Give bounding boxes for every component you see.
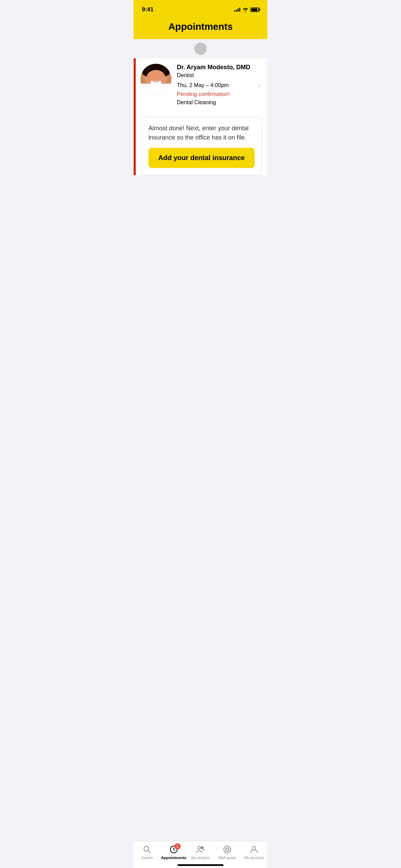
wifi-icon [242, 8, 248, 12]
add-insurance-button[interactable]: Add your dental insurance [148, 148, 255, 168]
scroll-dot [194, 43, 207, 55]
insurance-prompt-text: Almost done! Next, enter your dental ins… [148, 124, 255, 142]
status-bar: 9:41 [134, 0, 267, 17]
status-icons [234, 8, 259, 12]
main-content: Dr. Aryam Modesto, DMD Dentist Thu, 2 Ma… [134, 39, 267, 245]
doctor-info: Dr. Aryam Modesto, DMD Dentist Thu, 2 Ma… [177, 64, 260, 106]
chevron-right-icon[interactable]: › [258, 81, 260, 89]
appointment-type: Dental Cleaning [177, 99, 260, 106]
status-time: 9:41 [142, 6, 154, 13]
scroll-indicator [134, 39, 267, 58]
doctor-name: Dr. Aryam Modesto, DMD [177, 64, 260, 71]
insurance-prompt-card: Almost done! Next, enter your dental ins… [141, 117, 262, 175]
page-header: Appointments [134, 17, 267, 39]
page-title: Appointments [141, 21, 260, 32]
signal-icon [234, 8, 240, 12]
appointment-time-row[interactable]: Thu, 2 May – 4:00pm › [177, 81, 260, 89]
appointment-time: Thu, 2 May – 4:00pm [177, 82, 229, 88]
doctor-avatar [141, 64, 171, 95]
battery-icon [251, 8, 259, 12]
doctor-specialty: Dentist [177, 72, 260, 79]
pending-status: Pending confirmation! [177, 91, 260, 97]
appointment-card[interactable]: Dr. Aryam Modesto, DMD Dentist Thu, 2 Ma… [134, 58, 267, 175]
